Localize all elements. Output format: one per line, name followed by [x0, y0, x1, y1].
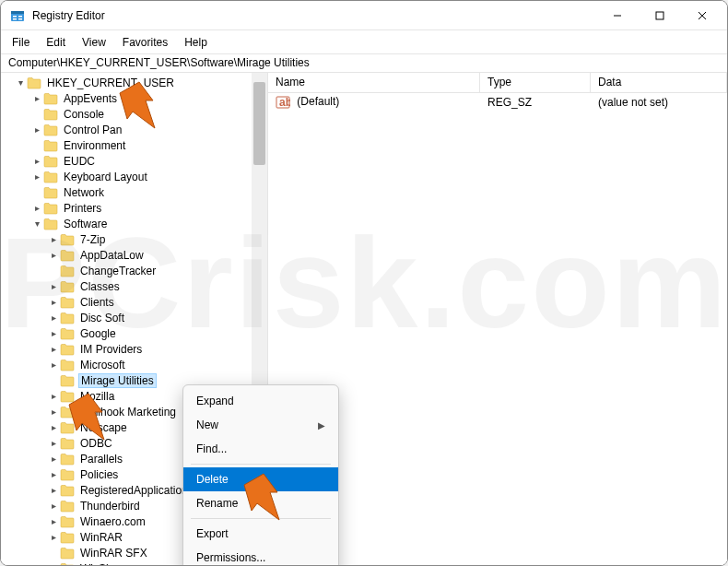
tree-item[interactable]: ▸Keyboard Layout: [1, 169, 267, 184]
value-name: (Default): [297, 95, 339, 108]
expand-chevron-icon[interactable]: ▸: [47, 469, 60, 479]
close-button[interactable]: [681, 1, 723, 30]
folder-icon: [60, 500, 75, 513]
maximize-button[interactable]: [639, 1, 681, 30]
ctx-new[interactable]: New▶: [183, 413, 338, 437]
tree-item-label: WinRAR: [78, 531, 124, 544]
submenu-arrow-icon: ▶: [318, 420, 325, 430]
expand-chevron-icon[interactable]: ▸: [47, 563, 60, 565]
tree-item[interactable]: Environment: [1, 137, 267, 153]
expand-chevron-icon[interactable]: ▸: [47, 281, 60, 291]
tree-item-label: Classes: [78, 280, 122, 293]
folder-icon: [60, 280, 75, 293]
folder-icon: [60, 531, 75, 544]
tree-item-label: ChangeTracker: [78, 265, 158, 277]
tree-item[interactable]: ▸7-Zip: [1, 231, 267, 247]
expand-chevron-icon[interactable]: ▸: [30, 124, 43, 135]
tree-item-label: Google: [78, 327, 118, 340]
expand-chevron-icon[interactable]: ▸: [47, 516, 60, 526]
folder-icon: [60, 265, 75, 277]
value-type: REG_SZ: [480, 94, 591, 111]
window-title: Registry Editor: [32, 9, 596, 22]
col-data[interactable]: Data: [591, 73, 727, 92]
expand-chevron-icon[interactable]: ▸: [47, 360, 60, 370]
svg-rect-2: [13, 16, 17, 18]
tree-item-label: Console: [62, 108, 106, 121]
value-row[interactable]: ab (Default) REG_SZ (value not set): [268, 93, 727, 112]
ctx-find[interactable]: Find...: [183, 437, 338, 461]
expand-chevron-icon[interactable]: ▾: [30, 218, 43, 229]
svg-rect-3: [13, 18, 17, 20]
expand-chevron-icon[interactable]: ▸: [47, 234, 60, 244]
expand-chevron-icon[interactable]: ▸: [30, 171, 43, 182]
folder-icon: [60, 562, 75, 566]
folder-icon: [43, 92, 58, 105]
folder-icon: [60, 249, 75, 262]
tree-item[interactable]: ▸Google: [1, 325, 267, 341]
folder-icon: [43, 202, 58, 215]
menu-view[interactable]: View: [75, 32, 113, 53]
tree-item[interactable]: Network: [1, 184, 267, 200]
string-value-icon: ab: [276, 95, 290, 110]
svg-text:ab: ab: [279, 96, 290, 109]
tree-item-label: Printers: [62, 202, 103, 215]
tree-item[interactable]: ▸Disc Soft: [1, 310, 267, 325]
tree-item[interactable]: ▸Microsoft: [1, 357, 267, 372]
expand-chevron-icon[interactable]: ▸: [47, 250, 60, 260]
tree-item[interactable]: ▸EUDC: [1, 153, 267, 169]
tree-item-label: Environment: [62, 139, 127, 152]
expand-chevron-icon[interactable]: ▸: [47, 454, 60, 464]
svg-rect-7: [656, 12, 663, 19]
menu-edit[interactable]: Edit: [39, 32, 73, 53]
tree-item[interactable]: ▸Clients: [1, 294, 267, 310]
expand-chevron-icon[interactable]: ▸: [47, 297, 60, 307]
scrollbar-thumb[interactable]: [253, 82, 265, 165]
expand-chevron-icon[interactable]: ▸: [47, 328, 60, 338]
folder-icon: [43, 155, 58, 168]
address-bar[interactable]: Computer\HKEY_CURRENT_USER\Software\Mira…: [1, 54, 727, 73]
annotation-arrow-1: [107, 75, 171, 139]
col-type[interactable]: Type: [480, 73, 591, 92]
folder-icon: [43, 139, 58, 152]
tree-item[interactable]: ▸IM Providers: [1, 341, 267, 357]
tree-item-label: 7-Zip: [78, 233, 107, 246]
folder-icon: [60, 296, 75, 309]
ctx-permissions[interactable]: Permissions...: [183, 546, 338, 566]
minimize-button[interactable]: [596, 1, 639, 30]
expand-chevron-icon[interactable]: ▸: [47, 344, 60, 354]
tree-item[interactable]: ▾Software: [1, 216, 267, 231]
expand-chevron-icon[interactable]: ▸: [30, 156, 43, 166]
tree-item[interactable]: ▸AppDataLow: [1, 247, 267, 263]
expand-chevron-icon[interactable]: ▸: [47, 532, 60, 542]
folder-icon: [60, 359, 75, 371]
folder-icon: [60, 468, 75, 481]
tree-item-label: Microsoft: [78, 359, 127, 371]
menu-file[interactable]: File: [5, 32, 37, 53]
titlebar: Registry Editor: [1, 1, 727, 30]
folder-icon: [43, 218, 58, 230]
ctx-sep1: [191, 464, 331, 465]
tree-item[interactable]: ▸Classes: [1, 278, 267, 294]
menu-favorites[interactable]: Favorites: [115, 32, 175, 53]
folder-icon: [60, 343, 75, 356]
tree-item-label: Clients: [78, 296, 116, 309]
expand-chevron-icon[interactable]: ▸: [47, 485, 60, 495]
expand-chevron-icon[interactable]: ▸: [30, 93, 43, 103]
tree-item[interactable]: ▸Printers: [1, 200, 267, 216]
value-name-cell: ab (Default): [268, 93, 480, 112]
expand-chevron-icon[interactable]: ▸: [47, 312, 60, 323]
svg-rect-1: [11, 11, 24, 14]
menubar: File Edit View Favorites Help: [1, 30, 727, 54]
col-name[interactable]: Name: [268, 73, 480, 92]
tree-item-label: Network: [62, 186, 106, 199]
menu-help[interactable]: Help: [177, 32, 215, 53]
ctx-expand[interactable]: Expand: [183, 389, 338, 413]
expand-chevron-icon[interactable]: ▸: [30, 203, 43, 213]
folder-icon: [60, 374, 75, 387]
tree-item-label: Keyboard Layout: [62, 171, 149, 183]
expand-chevron-icon[interactable]: ▸: [47, 501, 60, 511]
tree-item[interactable]: ChangeTracker: [1, 263, 267, 278]
folder-icon: [60, 484, 75, 497]
expand-chevron-icon[interactable]: ▾: [14, 77, 27, 88]
tree-item-label: WinRAR SFX: [78, 547, 149, 560]
